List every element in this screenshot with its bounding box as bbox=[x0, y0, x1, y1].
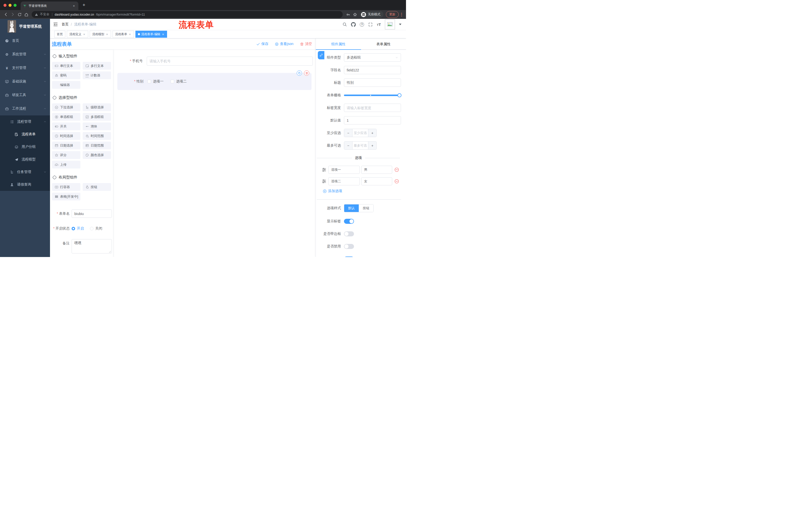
phone-input[interactable] bbox=[147, 57, 313, 65]
with-border-toggle[interactable] bbox=[344, 231, 354, 236]
label-width-input[interactable] bbox=[344, 104, 401, 112]
required-toggle[interactable] bbox=[344, 256, 354, 257]
field-name-input[interactable] bbox=[344, 66, 401, 74]
tag-process-model[interactable]: 流程模型× bbox=[90, 31, 111, 38]
sidebar-item-process-form[interactable]: 流程表单 bbox=[0, 128, 50, 141]
palette-item-cascader[interactable]: 级联选择 bbox=[83, 103, 111, 111]
default-value-input[interactable] bbox=[344, 116, 401, 125]
palette-item-switch[interactable]: 开关 bbox=[52, 123, 80, 130]
style-default-button[interactable]: 默认 bbox=[344, 205, 359, 212]
sidebar-item-leave-query[interactable]: 请假查询 bbox=[0, 178, 50, 191]
view-json-button[interactable]: 查看json bbox=[275, 42, 293, 46]
reload-button[interactable] bbox=[16, 11, 23, 18]
palette-item-select[interactable]: 下拉选择 bbox=[52, 103, 80, 111]
close-icon[interactable]: × bbox=[83, 32, 86, 36]
sidebar-fold-icon[interactable] bbox=[53, 22, 58, 27]
sidebar-item-user-group[interactable]: 用户分组 bbox=[0, 141, 50, 153]
sidebar-item-devtools[interactable]: 研发工具 bbox=[0, 88, 50, 102]
minimize-window-button[interactable] bbox=[8, 4, 11, 7]
option2-name-input[interactable] bbox=[328, 177, 360, 185]
remove-option-icon[interactable] bbox=[395, 179, 399, 184]
palette-item-rate[interactable]: 评分 bbox=[52, 151, 80, 159]
max-select-value[interactable]: 最多可选 bbox=[352, 141, 368, 150]
sidebar-item-home[interactable]: 首页 bbox=[0, 34, 50, 48]
save-button[interactable]: 保存 bbox=[256, 42, 268, 46]
palette-item-color-picker[interactable]: 颜色选择 bbox=[83, 151, 111, 159]
decrease-button[interactable]: − bbox=[344, 141, 352, 150]
palette-item-multi-text[interactable]: 多行文本 bbox=[83, 62, 111, 70]
browser-menu-icon[interactable] bbox=[401, 13, 402, 16]
close-window-button[interactable] bbox=[3, 4, 6, 7]
palette-item-button[interactable]: 按钮 bbox=[83, 183, 111, 191]
palette-item-upload[interactable]: 上传 bbox=[52, 161, 80, 168]
resize-grip-icon[interactable] bbox=[109, 251, 111, 253]
palette-item-time-range[interactable]: 时间范围 bbox=[83, 132, 111, 140]
password-key-icon[interactable] bbox=[345, 11, 351, 18]
browser-tab-close-icon[interactable]: × bbox=[72, 4, 76, 8]
tag-process-definition[interactable]: 流程定义× bbox=[67, 31, 88, 38]
github-icon[interactable] bbox=[351, 22, 356, 27]
palette-item-editor[interactable]: 编辑器 bbox=[52, 81, 80, 89]
form-name-input[interactable] bbox=[71, 210, 112, 218]
drag-handle-icon[interactable] bbox=[322, 179, 326, 184]
checkbox-option2[interactable] bbox=[171, 80, 174, 83]
title-input[interactable] bbox=[344, 78, 401, 87]
sidebar-item-payment[interactable]: ¥ 支付管理 bbox=[0, 61, 50, 75]
checkbox-option1[interactable] bbox=[147, 80, 151, 83]
disabled-toggle[interactable] bbox=[344, 244, 354, 249]
tab-component-props[interactable]: 组件属性 bbox=[316, 38, 361, 50]
help-icon[interactable]: ? bbox=[360, 22, 364, 27]
forward-button[interactable] bbox=[9, 11, 16, 18]
bookmark-star-icon[interactable] bbox=[351, 11, 358, 18]
increase-button[interactable]: + bbox=[368, 129, 376, 137]
show-label-toggle[interactable] bbox=[344, 219, 354, 224]
sidebar-item-workflow[interactable]: 工作流程 bbox=[0, 102, 50, 115]
style-button-button[interactable]: 按钮 bbox=[359, 205, 373, 212]
sidebar-item-task-mgmt[interactable]: 任务管理 bbox=[0, 166, 50, 178]
palette-item-single-text[interactable]: 单行文本 bbox=[52, 62, 80, 70]
address-bar[interactable]: 不安全 dashboard.yudao.iocoder.cn/bpm/manag… bbox=[32, 11, 343, 18]
clear-button[interactable]: 清空 bbox=[300, 42, 312, 46]
palette-item-slider[interactable]: 滑块 bbox=[83, 123, 111, 130]
option2-value-input[interactable] bbox=[361, 177, 392, 185]
slider-track[interactable] bbox=[344, 94, 401, 96]
decrease-button[interactable]: − bbox=[344, 129, 352, 137]
home-button[interactable] bbox=[23, 11, 30, 18]
close-icon[interactable]: × bbox=[162, 32, 165, 36]
palette-item-row-container[interactable]: 行容器 bbox=[52, 183, 80, 191]
font-size-icon[interactable]: TT bbox=[377, 22, 381, 27]
tab-form-props[interactable]: 表单属性 bbox=[361, 38, 406, 50]
add-option-button[interactable]: 添加选项 bbox=[323, 189, 401, 193]
status-radio-off[interactable]: 关闭 bbox=[90, 226, 102, 231]
option1-name-input[interactable] bbox=[328, 166, 360, 174]
option1-value-input[interactable] bbox=[361, 166, 392, 174]
tag-home[interactable]: 首页 bbox=[54, 31, 65, 38]
increase-button[interactable]: + bbox=[368, 141, 376, 150]
avatar[interactable] bbox=[385, 19, 395, 29]
form-canvas[interactable]: 手机号 性别 选项一 选项二 bbox=[113, 50, 316, 257]
component-type-select[interactable]: 多选框组 bbox=[344, 53, 401, 62]
status-radio-on[interactable]: 开启 bbox=[71, 226, 84, 231]
sidebar-item-process-model[interactable]: 流程模型 bbox=[0, 153, 50, 166]
browser-tab[interactable]: 芋道管理系统 × bbox=[21, 1, 78, 10]
breadcrumb-home[interactable]: 首页 bbox=[62, 22, 68, 27]
sidebar-item-infra[interactable]: 基础设施 bbox=[0, 75, 50, 88]
palette-item-counter[interactable]: 123计数器 bbox=[83, 72, 111, 79]
palette-item-table[interactable]: 表格[开发中] bbox=[52, 193, 80, 200]
tag-process-form[interactable]: 流程表单× bbox=[113, 31, 134, 38]
security-label[interactable]: 不安全 bbox=[40, 12, 50, 17]
palette-item-radio-group[interactable]: 单选框组 bbox=[52, 113, 80, 121]
tag-process-form-edit[interactable]: 流程表单-编辑× bbox=[136, 31, 167, 38]
drag-handle-icon[interactable] bbox=[322, 167, 326, 172]
remark-textarea[interactable]: 嘿嘿 bbox=[71, 239, 112, 253]
back-button[interactable] bbox=[2, 11, 9, 18]
palette-item-date-range[interactable]: 日期范围 bbox=[83, 141, 111, 150]
palette-item-checkbox-group[interactable]: 多选框组 bbox=[83, 113, 111, 121]
palette-item-time-picker[interactable]: 时间选择 bbox=[52, 132, 80, 140]
sidebar-item-system[interactable]: 系统管理 bbox=[0, 48, 50, 61]
delete-component-button[interactable] bbox=[304, 71, 309, 76]
min-select-value[interactable]: 至少应选 bbox=[352, 129, 368, 137]
close-icon[interactable]: × bbox=[106, 32, 109, 36]
remove-option-icon[interactable] bbox=[395, 167, 399, 172]
slider-handle[interactable] bbox=[398, 93, 402, 97]
